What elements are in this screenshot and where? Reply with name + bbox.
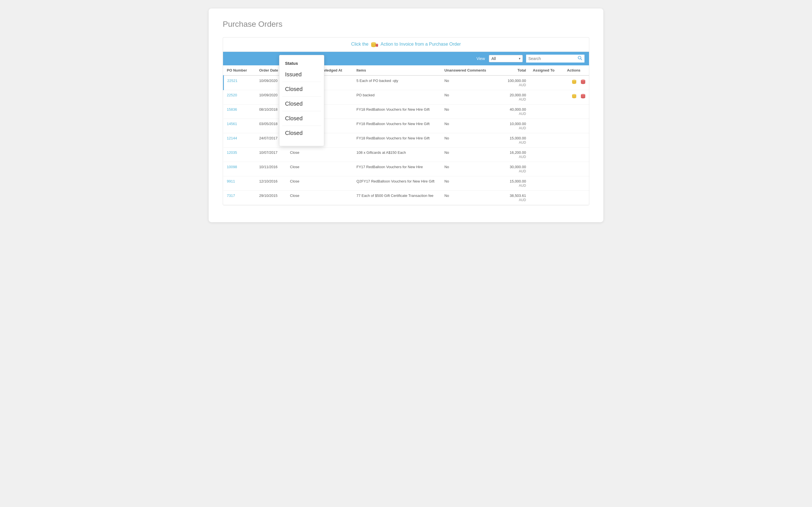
cell-po-number[interactable]: 14561 bbox=[223, 119, 256, 133]
action-invoice-icon[interactable] bbox=[572, 93, 580, 99]
col-unanswered-comments: Unanswered Comments bbox=[441, 65, 499, 75]
cell-po-number[interactable]: 12144 bbox=[223, 133, 256, 148]
cell-assigned-to bbox=[529, 148, 564, 162]
status-dropdown[interactable]: Status Issued Closed Closed Closed Close… bbox=[279, 55, 324, 146]
cell-items: PO backed bbox=[353, 90, 441, 105]
po-number-link[interactable]: 14561 bbox=[227, 122, 237, 126]
table-container: Click the Action to I bbox=[223, 37, 589, 205]
cell-total: 16,200.00AUD bbox=[499, 148, 529, 162]
cell-total: 30,000.00AUD bbox=[499, 162, 529, 176]
cell-unanswered-comments: No bbox=[441, 90, 499, 105]
dropdown-item-closed-3[interactable]: Closed bbox=[280, 111, 324, 126]
dropdown-item-issued-1[interactable]: Issued bbox=[280, 67, 324, 82]
action-credit-icon[interactable] bbox=[580, 93, 586, 99]
cell-unanswered-comments: No bbox=[441, 148, 499, 162]
svg-point-31 bbox=[581, 94, 585, 96]
tooltip-prefix: Click the bbox=[351, 42, 368, 47]
cell-items: 108 x Giftcards at A$150 Each bbox=[353, 148, 441, 162]
svg-point-4 bbox=[371, 42, 376, 44]
svg-point-9 bbox=[376, 44, 378, 45]
cell-items: 5 Each of PO backed -qty bbox=[353, 75, 441, 90]
cell-po-number[interactable]: 15836 bbox=[223, 105, 256, 119]
table-row: 2252010/09/2020IssuePO backedNo20,000.00… bbox=[223, 90, 589, 105]
coin-action-icon bbox=[371, 42, 379, 47]
cell-assigned-to bbox=[529, 119, 564, 133]
cell-items: Q2FY17 RedBalloon Vouchers for New Hire … bbox=[353, 176, 441, 191]
dropdown-item-closed-2[interactable]: Closed bbox=[280, 97, 324, 111]
view-select[interactable]: All Issued Closed bbox=[489, 55, 523, 62]
table-row: 1203510/07/2017Close108 x Giftcards at A… bbox=[223, 148, 589, 162]
col-items: Items bbox=[353, 65, 441, 75]
po-number-link[interactable]: 22521 bbox=[227, 78, 238, 83]
cell-total: 100,000.00AUD bbox=[499, 75, 529, 90]
cell-status: Close bbox=[287, 162, 308, 176]
cell-po-number[interactable]: 10098 bbox=[223, 162, 256, 176]
dropdown-item-closed-4[interactable]: Closed bbox=[280, 126, 324, 140]
cell-acknowledged-at bbox=[308, 191, 353, 205]
dropdown-header: Status bbox=[280, 58, 324, 67]
po-number-link[interactable]: 9911 bbox=[227, 179, 235, 183]
cell-po-number[interactable]: 7317 bbox=[223, 191, 256, 205]
cell-total: 38,503.61AUD bbox=[499, 191, 529, 205]
cell-order-date: 29/10/2015 bbox=[256, 191, 287, 205]
cell-actions bbox=[564, 191, 589, 205]
cell-order-date: 12/10/2016 bbox=[256, 176, 287, 191]
view-select-wrapper[interactable]: All Issued Closed bbox=[489, 55, 523, 62]
cell-po-number[interactable]: 22520 bbox=[223, 90, 256, 105]
col-total: Total bbox=[499, 65, 529, 75]
cell-actions bbox=[564, 176, 589, 191]
action-credit-icon[interactable] bbox=[580, 78, 586, 84]
action-invoice-icon[interactable] bbox=[572, 78, 580, 84]
cell-po-number[interactable]: 12035 bbox=[223, 148, 256, 162]
cell-assigned-to bbox=[529, 133, 564, 148]
po-number-link[interactable]: 10098 bbox=[227, 165, 237, 169]
tooltip-suffix: Action to Invoice from a Purchase Order bbox=[380, 42, 461, 47]
cell-actions bbox=[564, 90, 589, 105]
cell-assigned-to bbox=[529, 191, 564, 205]
toolbar: View All Issued Closed bbox=[223, 52, 589, 65]
cell-actions bbox=[564, 162, 589, 176]
cell-actions bbox=[564, 119, 589, 133]
table-row: 731729/10/2015Close77 Each of $500 Gift … bbox=[223, 191, 589, 205]
col-actions: Actions bbox=[564, 65, 589, 75]
table-row: 1456103/05/2018CloseFY18 RedBalloon Vouc… bbox=[223, 119, 589, 133]
table-row: 2252110/09/2020Issue5 Each of PO backed … bbox=[223, 75, 589, 90]
table-row: 1583608/10/2018CloseFY18 RedBalloon Vouc… bbox=[223, 105, 589, 119]
cell-status: Close bbox=[287, 191, 308, 205]
table-row: 1214424/07/2017CloseFY18 RedBalloon Vouc… bbox=[223, 133, 589, 148]
po-number-link[interactable]: 15836 bbox=[227, 107, 237, 112]
po-number-link[interactable]: 22520 bbox=[227, 93, 237, 97]
cell-items: FY17 RedBalloon Vouchers for New Hire bbox=[353, 162, 441, 176]
svg-point-21 bbox=[581, 80, 585, 81]
search-input[interactable] bbox=[528, 56, 578, 61]
cell-actions bbox=[564, 105, 589, 119]
table-body: 2252110/09/2020Issue5 Each of PO backed … bbox=[223, 75, 589, 205]
cell-acknowledged-at bbox=[308, 148, 353, 162]
cell-unanswered-comments: No bbox=[441, 133, 499, 148]
table-row: 991112/10/2016CloseQ2FY17 RedBalloon Vou… bbox=[223, 176, 589, 191]
cell-total: 40,000.00AUD bbox=[499, 105, 529, 119]
cell-po-number[interactable]: 22521 bbox=[223, 75, 256, 90]
page-title: Purchase Orders bbox=[223, 20, 589, 29]
search-wrapper bbox=[525, 54, 585, 63]
table-header: PO Number Order Date Status Acknowledged… bbox=[223, 65, 589, 75]
cell-items: FY18 RedBalloon Vouchers for New Hire Gi… bbox=[353, 119, 441, 133]
cell-total: 10,000.00AUD bbox=[499, 119, 529, 133]
cell-assigned-to bbox=[529, 162, 564, 176]
cell-po-number[interactable]: 9911 bbox=[223, 176, 256, 191]
po-number-link[interactable]: 12035 bbox=[227, 151, 237, 155]
cell-unanswered-comments: No bbox=[441, 75, 499, 90]
dropdown-item-closed-1[interactable]: Closed bbox=[280, 82, 324, 96]
cell-items: FY18 RedBalloon Vouchers for New Hire Gi… bbox=[353, 105, 441, 119]
view-label: View bbox=[476, 56, 485, 61]
po-number-link[interactable]: 7317 bbox=[227, 193, 235, 198]
col-assigned-to: Assigned To bbox=[529, 65, 564, 75]
cell-unanswered-comments: No bbox=[441, 105, 499, 119]
cell-unanswered-comments: No bbox=[441, 176, 499, 191]
svg-line-11 bbox=[581, 59, 582, 60]
cell-acknowledged-at bbox=[308, 162, 353, 176]
cell-actions bbox=[564, 75, 589, 90]
cell-status: Close bbox=[287, 148, 308, 162]
cell-total: 20,000.00AUD bbox=[499, 90, 529, 105]
po-number-link[interactable]: 12144 bbox=[227, 136, 237, 140]
